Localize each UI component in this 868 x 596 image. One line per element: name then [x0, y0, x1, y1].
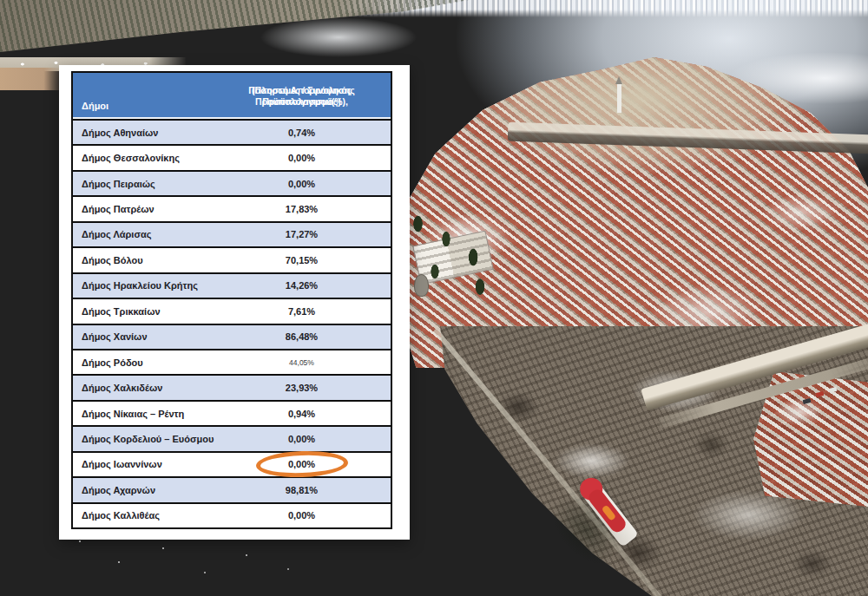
table-row: Δήμος Θεσσαλονίκης 0,00%: [73, 144, 391, 169]
cloud-reflection: [260, 17, 417, 57]
highlight-ellipse: [255, 450, 348, 480]
table-row: Δήμος Ιωαννίνων 0,00%: [73, 451, 391, 476]
absorption-value-cell: 0,00%: [213, 434, 391, 444]
table-row: Δήμος Λάρισας 17,27%: [73, 221, 391, 246]
table-row: Δήμος Χανίων 86,48%: [73, 324, 391, 349]
table-row: Δήμος Αχαρνών 98,81%: [73, 476, 391, 501]
absorption-value-cell: 0,00%: [213, 179, 391, 189]
table-row: Δήμος Κορδελιού – Ευόσμου 0,00%: [73, 425, 391, 450]
absorption-value-cell: 0,00%: [213, 510, 391, 521]
cypress-trees: [401, 205, 514, 300]
table-row: Δήμος Ηρακλείου Κρήτης 14,26%: [73, 272, 391, 298]
municipality-name-cell: Δήμος Ρόδου: [73, 357, 213, 368]
absorption-value-cell: 44,05%: [213, 358, 391, 367]
table-row: Δήμος Καλλιθέας 0,00%: [73, 502, 391, 527]
absorption-value-cell: 14,26%: [213, 280, 391, 291]
table-row: Δήμος Αθηναίων 0,74%: [73, 121, 391, 144]
municipality-name-cell: Δήμος Λάρισας: [73, 229, 213, 239]
absorption-value-cell: 86,48%: [213, 331, 391, 342]
shore-fields: [0, 68, 62, 90]
absorption-value-cell: 70,15%: [213, 255, 391, 265]
municipality-name-cell: Δήμος Αχαρνών: [73, 485, 213, 495]
municipality-name-cell: Δήμος Χαλκιδέων: [73, 383, 213, 393]
table-row: Δήμος Βόλου 70,15%: [73, 246, 391, 272]
header-absorption-rate: Ποσοστό Απορρόφησης Προϋπολογισμού(%), (…: [213, 73, 391, 119]
municipality-name-cell: Δήμος Πατρέων: [73, 204, 213, 214]
table-row: Δήμος Ρόδου 44,05%: [73, 349, 391, 374]
municipalities-table: Δήμοι Ποσοστό Απορρόφησης Προϋπολογισμού…: [71, 71, 392, 529]
header-municipalities: Δήμοι: [73, 73, 213, 119]
table-row: Δήμος Χαλκιδέων 23,93%: [73, 374, 391, 399]
absorption-value-cell: 98,81%: [213, 485, 391, 495]
absorption-value-cell: 17,27%: [213, 229, 391, 239]
table-row: Δήμος Τρικκαίων 7,61%: [73, 298, 391, 323]
table-panel: Δήμοι Ποσοστό Απορρόφησης Προϋπολογισμού…: [59, 65, 410, 540]
absorption-value-cell: 0,00%: [213, 459, 391, 469]
municipality-name-cell: Δήμος Θεσσαλονίκης: [73, 153, 213, 163]
municipality-name-cell: Δήμος Βόλου: [73, 255, 213, 265]
table-body: Δήμος Αθηναίων 0,74% Δήμος Θεσσαλονίκης …: [73, 121, 391, 527]
municipality-name-cell: Δήμος Χανίων: [73, 331, 213, 342]
table-row: Δήμος Πατρέων 17,83%: [73, 195, 391, 220]
header-absorption-line2: (Πληρωμές / Συνολικός Προϋπολογισμός): [213, 85, 391, 108]
absorption-value-cell: 0,74%: [213, 128, 391, 138]
municipality-name-cell: Δήμος Ιωαννίνων: [73, 459, 213, 469]
absorption-value-cell: 7,61%: [213, 306, 391, 317]
absorption-value-cell: 17,83%: [213, 204, 391, 214]
municipality-name-cell: Δήμος Τρικκαίων: [73, 306, 213, 317]
municipality-name-cell: Δήμος Ηρακλείου Κρήτης: [73, 280, 213, 291]
table-header-row: Δήμοι Ποσοστό Απορρόφησης Προϋπολογισμού…: [73, 73, 391, 121]
minaret: [617, 83, 621, 113]
screenshot-root: Δήμοι Ποσοστό Απορρόφησης Προϋπολογισμού…: [0, 0, 868, 596]
table-row: Δήμος Πειραιώς 0,00%: [73, 170, 391, 195]
municipality-name-cell: Δήμος Αθηναίων: [73, 128, 213, 138]
municipality-name-cell: Δήμος Καλλιθέας: [73, 510, 213, 521]
absorption-value-cell: 0,94%: [213, 409, 391, 419]
municipality-name-cell: Δήμος Νίκαιας – Ρέντη: [73, 409, 213, 419]
municipality-name-cell: Δήμος Πειραιώς: [73, 179, 213, 189]
absorption-value-cell: 23,93%: [213, 383, 391, 393]
municipality-name-cell: Δήμος Κορδελιού – Ευόσμου: [73, 434, 213, 444]
table-row: Δήμος Νίκαιας – Ρέντη 0,94%: [73, 400, 391, 425]
absorption-value-cell: 0,00%: [213, 153, 391, 163]
